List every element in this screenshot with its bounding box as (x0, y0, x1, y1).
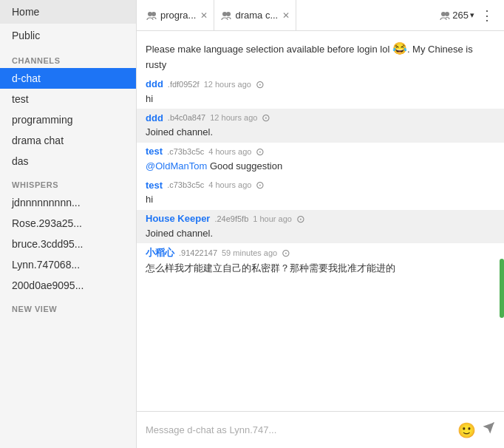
message-row: ddd.fdf0952f12 hours ago⊙hi (137, 75, 504, 109)
message-header: House Keeper.24e9f5fb1 hour ago⊙ (146, 213, 495, 225)
tab-drama-chat-close[interactable]: ✕ (282, 10, 290, 21)
input-bar: 🙂 (137, 411, 504, 448)
tab-programming[interactable]: progra... ✕ (140, 0, 214, 30)
tab-drama-chat-icon (220, 10, 232, 21)
message-username-id: .24e9f5fb (214, 214, 248, 223)
message-row: ddd.b4c0a84712 hours ago⊙Joined channel. (137, 109, 504, 143)
scroll-indicator (500, 259, 504, 318)
message-row: 小稻心.9142214759 minutes ago⊙怎么样我才能建立自己的私密… (137, 243, 504, 279)
whisper-bruce[interactable]: bruce.3cdd95... (0, 234, 136, 254)
message-body: 怎么样我才能建立自己的私密群？那种需要我批准才能进的 (146, 261, 495, 276)
sidebar: Home Public CHANNELS d-chattestprogrammi… (0, 0, 137, 448)
message-username-id: .fdf0952f (168, 80, 200, 89)
messages-area: Please make language selection available… (137, 31, 504, 411)
message-time: 4 hours ago (208, 180, 251, 189)
sidebar-channel-test[interactable]: test (0, 89, 136, 109)
whisper-lynn[interactable]: Lynn.747068... (0, 254, 136, 275)
chevron-down-icon: ▾ (470, 10, 474, 20)
whisper-rose[interactable]: Rose.293a25... (0, 213, 136, 234)
message-dropdown-icon[interactable]: ⊙ (256, 179, 265, 191)
message-dropdown-icon[interactable]: ⊙ (262, 112, 270, 123)
tab-drama-chat[interactable]: drama c... ✕ (214, 0, 296, 30)
channels-list: d-chattestprogrammingdrama chatdas (0, 68, 136, 172)
kebab-menu-button[interactable]: ⋮ (477, 7, 497, 24)
tabs-extra: 265 ▾ ⋮ (435, 7, 501, 24)
whispers-section-label: WHISPERS (0, 172, 136, 192)
tab-drama-chat-label: drama c... (235, 10, 278, 21)
sidebar-channel-drama-chat[interactable]: drama chat (0, 130, 136, 151)
message-row: House Keeper.24e9f5fb1 hour ago⊙Joined c… (137, 210, 504, 244)
message-body: Joined channel. (146, 226, 495, 241)
svg-point-1 (151, 12, 156, 16)
message-time: 4 hours ago (208, 147, 251, 156)
message-time: 12 hours ago (210, 113, 257, 122)
message-username: test (146, 180, 163, 191)
whispers-list: jdnnnnnnnnn...Rose.293a25...bruce.3cdd95… (0, 192, 136, 296)
whisper-jdn[interactable]: jdnnnnnnnnn... (0, 192, 136, 213)
message-header: test.c73b3c5c4 hours ago⊙ (146, 179, 495, 191)
message-body: hi (146, 192, 495, 207)
message-header: ddd.fdf0952f12 hours ago⊙ (146, 78, 495, 90)
message-dropdown-icon[interactable]: ⊙ (282, 247, 290, 259)
tab-programming-icon (146, 10, 157, 21)
message-body: Please make language selection available… (146, 40, 495, 72)
svg-marker-7 (483, 423, 494, 434)
message-username-id: .c73b3c5c (167, 180, 204, 189)
message-username-id: .91422147 (179, 248, 217, 257)
message-body: @OldManTom Good suggestion (146, 159, 495, 174)
sidebar-item-home[interactable]: Home (0, 0, 136, 24)
message-username: ddd (146, 112, 163, 123)
tabs-bar: progra... ✕ drama c... ✕ (137, 0, 504, 31)
new-view-section-label: NEW VIEW (0, 296, 136, 316)
message-username: House Keeper (146, 213, 210, 224)
svg-point-3 (226, 12, 231, 16)
tab-programming-label: progra... (160, 10, 196, 21)
tab-programming-close[interactable]: ✕ (200, 10, 208, 21)
message-time: 1 hour ago (253, 214, 292, 223)
message-body: Joined channel. (146, 125, 495, 140)
main-panel: progra... ✕ drama c... ✕ (137, 0, 504, 448)
tab-count-icon (439, 10, 451, 21)
message-header: 小稻心.9142214759 minutes ago⊙ (146, 246, 495, 259)
message-header: ddd.b4c0a84712 hours ago⊙ (146, 112, 495, 123)
sidebar-channel-d-chat[interactable]: d-chat (0, 68, 136, 89)
sidebar-channel-programming[interactable]: programming (0, 109, 136, 130)
sidebar-item-public[interactable]: Public (0, 24, 136, 47)
message-body: hi (146, 92, 495, 106)
message-time: 12 hours ago (204, 80, 251, 89)
message-username: ddd (146, 78, 163, 89)
whisper-200d[interactable]: 200d0ae9095... (0, 275, 136, 296)
message-dropdown-icon[interactable]: ⊙ (256, 78, 265, 90)
sidebar-channel-das[interactable]: das (0, 151, 136, 172)
message-input[interactable] (146, 424, 452, 435)
message-dropdown-icon[interactable]: ⊙ (296, 213, 305, 225)
message-username: test (146, 146, 163, 157)
emoji-button[interactable]: 🙂 (457, 421, 476, 439)
message-row: test.c73b3c5c4 hours ago⊙@OldManTom Good… (137, 143, 504, 177)
message-username-id: .b4c0a847 (168, 113, 205, 122)
message-header: test.c73b3c5c4 hours ago⊙ (146, 146, 495, 157)
message-time: 59 minutes ago (222, 248, 277, 257)
tab-count[interactable]: 265 ▾ (439, 10, 474, 21)
message-row: test.c73b3c5c4 hours ago⊙hi (137, 176, 504, 210)
message-row: Please make language selection available… (137, 37, 504, 75)
message-dropdown-icon[interactable]: ⊙ (256, 146, 265, 157)
message-username-id: .c73b3c5c (167, 147, 204, 156)
send-button[interactable] (482, 421, 495, 438)
channels-section-label: CHANNELS (0, 47, 136, 68)
message-username: 小稻心 (146, 246, 174, 259)
svg-point-5 (445, 12, 449, 16)
tab-count-value: 265 (452, 10, 469, 21)
